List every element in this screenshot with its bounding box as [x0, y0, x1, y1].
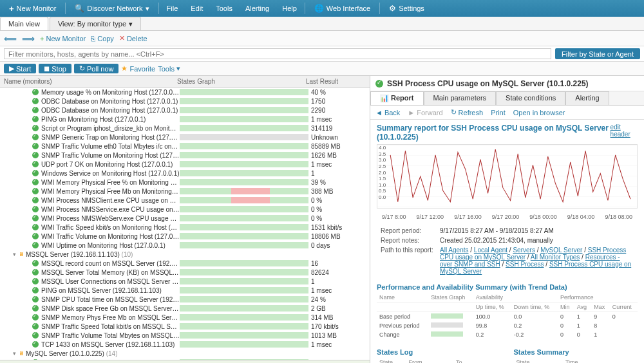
- path-link[interactable]: SSH Process: [506, 261, 544, 268]
- monitor-name[interactable]: PING on MSSQL Server (192.168.11.103): [41, 287, 180, 294]
- col-name[interactable]: Name (monitors): [0, 78, 177, 85]
- monitor-name[interactable]: WMI Traffic Volume on Monitoring Host (1…: [41, 233, 180, 240]
- poll-button[interactable]: ↻Poll now: [74, 64, 119, 73]
- settings-button[interactable]: ⚙Settings: [383, 1, 431, 15]
- monitor-row[interactable]: SNMP Traffic Volume on Monitoring Host (…: [0, 151, 370, 160]
- monitor-name[interactable]: WMI Memory Physical Free Mb on Monitorin…: [41, 188, 180, 195]
- discover-network-button[interactable]: 🔍Discover Network▾: [68, 1, 155, 15]
- monitor-name[interactable]: SNMP Traffic Volume Total Mbytes on MSSQ…: [41, 332, 180, 339]
- monitor-name[interactable]: ODBC Database on Monitoring Host (127.0.…: [41, 98, 180, 105]
- menu-tools[interactable]: Tools: [211, 2, 238, 15]
- monitor-name[interactable]: SNMP CPU Total time on MSSQL Server (192…: [41, 296, 180, 303]
- monitor-name[interactable]: Windows Service on Monitoring Host (127.…: [41, 170, 180, 177]
- monitor-row[interactable]: WMI Traffic Volume on Monitoring Host (1…: [0, 232, 370, 241]
- monitor-row[interactable]: WMI Process NMSService.exe CPU usage on …: [0, 205, 370, 214]
- stop-button[interactable]: ◼Stop: [39, 64, 71, 73]
- monitor-name[interactable]: WMI Process NMSService.exe CPU usage on …: [41, 206, 180, 213]
- tab-main-parameters[interactable]: Main parameters: [424, 91, 497, 105]
- monitor-row[interactable]: ODBC Database on Monitoring Host (127.0.…: [0, 106, 370, 115]
- tab-main-view[interactable]: Main view: [0, 17, 48, 30]
- monitor-row[interactable]: PING on MSSQL Server (192.168.11.103) 1 …: [0, 286, 370, 295]
- menu-file[interactable]: File: [162, 2, 184, 15]
- filter-input[interactable]: [4, 48, 551, 59]
- path-link[interactable]: MySQL Server: [540, 247, 582, 254]
- monitor-row[interactable]: SNMP Traffic Volume eth0 Total Mbytes i/…: [0, 142, 370, 151]
- monitor-name[interactable]: WMI Uptime on Monitoring Host (127.0.0.1…: [41, 242, 180, 249]
- edit-header-link[interactable]: edit header: [611, 124, 638, 142]
- menu-help[interactable]: Help: [277, 2, 302, 15]
- favorite-link[interactable]: ★Favorite: [121, 64, 155, 73]
- delete-button[interactable]: ✕Delete: [119, 34, 147, 42]
- monitor-row[interactable]: UDP port 7 OK on Monitoring Host (127.0.…: [0, 160, 370, 169]
- print-link[interactable]: Print: [491, 109, 506, 116]
- path-link[interactable]: Servers: [513, 247, 535, 254]
- copy-button[interactable]: ⎘Copy: [91, 35, 114, 42]
- monitor-name[interactable]: SNMP Traffic Speed Total kbit/s on MSSQL…: [41, 323, 180, 330]
- monitor-row[interactable]: MSSQL record count on MSSQL Server (192.…: [0, 259, 370, 268]
- open-browser-link[interactable]: Open in browser: [513, 109, 565, 116]
- monitor-name[interactable]: Memory usage % on Monitoring Host (127.0…: [41, 89, 180, 96]
- path-link[interactable]: Local Agent: [474, 247, 507, 254]
- tab-state-conditions[interactable]: State conditions: [496, 91, 565, 105]
- refresh-link[interactable]: ↻Refresh: [451, 108, 484, 116]
- tools-link[interactable]: Tools▾: [158, 64, 180, 73]
- monitor-name[interactable]: WMI Process NMSWebServ.exe CPU usage on …: [41, 215, 180, 222]
- monitor-list[interactable]: Memory usage % on Monitoring Host (127.0…: [0, 88, 370, 360]
- web-interface-button[interactable]: 🌐Web Interface: [308, 1, 377, 15]
- monitor-row[interactable]: SNMP Memory Phys Free Mb on MSSQL Server…: [0, 313, 370, 322]
- tab-alerting[interactable]: Alerting: [565, 91, 609, 105]
- back-button[interactable]: ⟸: [4, 33, 17, 44]
- tab-by-monitor-type[interactable]: View: By monitor type ▾: [50, 17, 141, 30]
- monitor-row[interactable]: SNMP Traffic Speed Total kbit/s on MSSQL…: [0, 322, 370, 331]
- monitor-name[interactable]: SNMP Traffic Volume eth0 Total Mbytes i/…: [41, 143, 180, 150]
- menu-alerting[interactable]: Alerting: [240, 2, 274, 15]
- path-link[interactable]: All Monitor Types: [531, 254, 580, 261]
- monitor-row[interactable]: Windows Service on Monitoring Host (127.…: [0, 169, 370, 178]
- monitor-row[interactable]: WMI Uptime on Monitoring Host (127.0.0.1…: [0, 241, 370, 250]
- monitor-row[interactable]: Script or Program iphost_dirsize_kb on M…: [0, 124, 370, 133]
- monitor-row[interactable]: SNMP Traffic Volume Total Mbytes on MSSQ…: [0, 331, 370, 340]
- filter-state-button[interactable]: Filter by State or Agent: [555, 48, 640, 59]
- monitor-row[interactable]: WMI Traffic Speed kbit/s on Monitoring H…: [0, 223, 370, 232]
- new-monitor-link[interactable]: +New Monitor: [40, 35, 86, 42]
- new-monitor-button[interactable]: +New Monitor: [3, 1, 62, 16]
- menu-edit[interactable]: Edit: [185, 2, 208, 15]
- col-states[interactable]: States Graph: [177, 78, 306, 85]
- monitor-name[interactable]: PING on Monitoring Host (127.0.0.1): [41, 116, 180, 123]
- tab-report[interactable]: 📊 Report: [370, 91, 424, 105]
- monitor-name[interactable]: SNMP Traffic Volume on Monitoring Host (…: [41, 152, 180, 159]
- monitor-name[interactable]: WMI Process NMSClient.exe CPU usage on M…: [41, 197, 180, 204]
- monitor-name[interactable]: SNMP Generic Trap on Monitoring Host (12…: [41, 134, 180, 141]
- cpu-chart[interactable]: 4.03.53.02.52.01.51.00.50.0: [377, 144, 638, 209]
- monitor-name[interactable]: WMI Traffic Speed kbit/s on Monitoring H…: [41, 224, 180, 231]
- monitor-name[interactable]: ODBC Database on Monitoring Host (127.0.…: [41, 107, 180, 114]
- path-link[interactable]: All Agents: [440, 247, 468, 254]
- monitor-group[interactable]: ▾🖥MySQL Server (10.1.0.225) (14): [0, 349, 370, 358]
- group-name[interactable]: MSSQL Server (192.168.11.103) (10): [26, 251, 184, 258]
- monitor-name[interactable]: Script or Program iphost_dirsize_kb on M…: [41, 125, 180, 132]
- monitor-row[interactable]: ODBC Database on Monitoring Host (127.0.…: [0, 97, 370, 106]
- col-result[interactable]: Last Result: [306, 78, 370, 85]
- monitor-row[interactable]: SNMP CPU Total time on MSSQL Server (192…: [0, 295, 370, 304]
- monitor-row[interactable]: MSSQL Server Total Memory (KB) on MSSQL …: [0, 268, 370, 277]
- start-button[interactable]: ▶Start: [4, 64, 36, 73]
- monitor-row[interactable]: SNMP Disk space Free Gb on MSSQL Server …: [0, 304, 370, 313]
- monitor-group[interactable]: ▾🖥MSSQL Server (192.168.11.103) (10): [0, 250, 370, 259]
- monitor-row[interactable]: SNMP Generic Trap on Monitoring Host (12…: [0, 133, 370, 142]
- monitor-name[interactable]: SNMP Disk space Free Gb on MSSQL Server …: [41, 305, 180, 312]
- monitor-row[interactable]: Memory usage % on Monitoring Host (127.0…: [0, 88, 370, 97]
- monitor-name[interactable]: UDP port 7 OK on Monitoring Host (127.0.…: [41, 161, 180, 168]
- monitor-row[interactable]: MSSQL User Connections on MSSQL Server (…: [0, 277, 370, 286]
- back-link[interactable]: ◄Back: [375, 109, 400, 116]
- monitor-row[interactable]: TCP 1433 on MSSQL Server (192.168.11.103…: [0, 340, 370, 349]
- monitor-row[interactable]: WMI Process NMSClient.exe CPU usage on M…: [0, 196, 370, 205]
- monitor-row[interactable]: WMI Process NMSWebServ.exe CPU usage on …: [0, 214, 370, 223]
- monitor-name[interactable]: SNMP Memory Phys Free Mb on MSSQL Server…: [41, 314, 180, 321]
- monitor-name[interactable]: TCP 1433 on MSSQL Server (192.168.11.103…: [41, 341, 180, 348]
- monitor-name[interactable]: MSSQL Server Total Memory (KB) on MSSQL …: [41, 269, 180, 276]
- monitor-row[interactable]: WMI Memory Physical Free Mb on Monitorin…: [0, 187, 370, 196]
- monitor-name[interactable]: MSSQL record count on MSSQL Server (192.…: [41, 260, 180, 267]
- monitor-row[interactable]: PING on Monitoring Host (127.0.0.1) 1 ms…: [0, 115, 370, 124]
- monitor-name[interactable]: MSSQL User Connections on MSSQL Server (…: [41, 278, 180, 285]
- monitor-name[interactable]: WMI Memory Physical Free % on Monitoring…: [41, 179, 180, 186]
